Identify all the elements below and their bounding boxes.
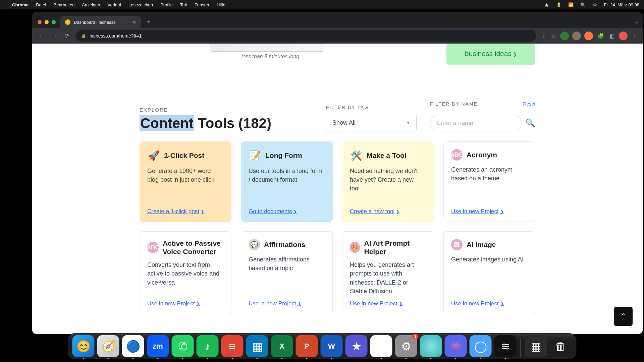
menubar-clock[interactable]: Fr. 24. März 09:08 [604,2,640,7]
dock-drive[interactable]: ▲ [370,335,392,357]
dock-trello[interactable]: ▦ [246,335,268,357]
dock-spotify[interactable]: ♪ [197,335,219,357]
tab-favicon: 😊 [65,19,70,25]
scroll-to-top-button[interactable]: ⌃ [614,307,633,326]
tab-title: Dashboard | nichesss [74,20,116,25]
tool-card[interactable]: ABCActive to Passive Voice ConverterConv… [140,231,231,314]
dock-trash[interactable]: 🗑 [550,335,572,357]
url-text: nichesss.com/home?ft=1 [90,33,142,39]
lock-icon: 🔒 [81,34,86,38]
menu-profile[interactable]: Profile [160,2,173,7]
control-center-icon[interactable]: ⚙ [592,2,598,8]
dock-safari[interactable]: 🧭 [97,335,119,357]
menu-verlauf[interactable]: Verlauf [108,2,121,7]
dock-mission[interactable]: ▦ [525,335,547,357]
video-thumbnail[interactable] [210,44,324,52]
chrome-menu-icon[interactable]: ⋮ [632,33,637,39]
reload-button[interactable]: ⟳ [61,30,72,42]
browser-tab[interactable]: 😊 Dashboard | nichesss ✕ [60,16,141,28]
business-ideas-link[interactable]: business ideas❯ [465,50,517,57]
tools-grid: 🚀1-Click PostGenerate a 1000+ word blog … [140,141,535,314]
back-button[interactable]: ← [36,30,47,42]
dock-imovie[interactable]: ★ [345,335,368,357]
tool-icon: ABC [147,242,159,253]
tool-description: Helps you generates art prompts to use w… [350,260,426,295]
menu-hilfe[interactable]: Hilfe [217,2,225,7]
window-maximize[interactable] [52,20,56,24]
menu-lesezeichen[interactable]: Lesezeichen [128,2,153,7]
dock-voice[interactable]: ≋ [494,335,517,357]
tool-action-link[interactable]: Use in new Project❯ [147,300,224,307]
wifi-icon[interactable]: 📶 [568,2,574,8]
chevron-right-icon: ❯ [399,301,402,306]
battery-icon[interactable]: 🔋 [556,2,562,8]
tool-description: Generates an acronym based on a theme [451,165,528,203]
extension-icon-3[interactable] [584,32,593,40]
tool-title: Make a Tool [367,151,407,160]
reset-link[interactable]: Reset [523,101,535,107]
chevron-right-icon: ❯ [396,209,399,214]
bookmark-star-icon[interactable]: ☆ [551,33,556,39]
search-icon[interactable]: 🔍 [525,118,535,128]
tool-action-link[interactable]: Use in new Project❯ [249,300,325,307]
window-minimize[interactable] [45,20,49,24]
dock-app-blue[interactable]: ◯ [470,335,492,357]
record-icon[interactable]: ◉ [544,2,550,8]
tool-icon: 🛠️ [350,149,363,162]
window-close[interactable] [38,20,42,24]
tool-action-link[interactable]: Create a new tool❯ [350,208,426,215]
profile-avatar[interactable] [619,32,628,40]
chevron-right-icon: ❯ [500,209,504,214]
tool-action-link[interactable]: Create a 1-click post❯ [147,208,224,215]
tool-card[interactable]: ABCAcronymGenerates an acronym based on … [443,141,535,222]
dock-todoist[interactable]: ≡ [221,335,244,357]
dock-finder[interactable]: 😊 [72,335,95,357]
tool-action-link[interactable]: Go to documents❯ [249,208,325,215]
dock-app-teal[interactable] [420,335,442,357]
extension-icon-1[interactable] [560,32,569,40]
new-tab-button[interactable]: ＋ [144,17,153,26]
dock-word[interactable]: W [321,335,343,357]
tabs-dropdown-icon[interactable]: ⌄ [634,18,639,25]
tool-card[interactable]: 🚀1-Click PostGenerate a 1000+ word blog … [140,141,231,222]
browser-toolbar: ← → ⟳ 🔒 nichesss.com/home?ft=1 ⇪ ☆ 🧩 ◧ ⋮ [32,28,643,44]
menu-tab[interactable]: Tab [180,2,187,7]
tool-description: Need something we don't have yet? Create… [350,167,426,203]
menubar-app[interactable]: Chrome [12,2,29,7]
tool-card[interactable]: 💬AffirmationsGenerates affirmations base… [241,231,333,314]
extensions-puzzle-icon[interactable]: 🧩 [597,33,604,39]
tool-card[interactable]: 🖼AI ImageGenerates images using AIUse in… [443,231,535,314]
chevron-right-icon: ❯ [513,52,517,57]
filter-tag-value: Show All [332,119,356,126]
tool-action-link[interactable]: Use in new Project❯ [350,300,426,307]
filter-tag-select[interactable]: Show All ▼ [326,114,417,131]
dock-settings[interactable]: ⚙1 [395,335,417,357]
tool-action-link[interactable]: Use in new Project❯ [451,208,528,215]
tool-action-link[interactable]: Use in new Project❯ [451,300,528,307]
dock-powerpoint[interactable]: P [296,335,318,357]
menu-datei[interactable]: Datei [36,2,46,7]
tool-icon: 💬 [249,239,260,250]
tool-card[interactable]: 📝Long FormUse our tools in a long form /… [241,141,333,222]
page-content: less than 5 minutes long business ideas❯… [32,44,643,334]
share-icon[interactable]: ⇪ [541,33,546,39]
search-icon[interactable]: 🔍 [580,2,586,8]
dock-zoom[interactable]: zm [147,335,169,357]
dock-whatsapp[interactable]: ✆ [172,335,194,357]
menu-anzeigen[interactable]: Anzeigen [82,2,100,7]
menu-bearbeiten[interactable]: Bearbeiten [53,2,74,7]
tool-card[interactable]: 🛠️Make a ToolNeed something we don't hav… [342,141,434,222]
filter-name-input[interactable] [430,115,522,131]
forward-button[interactable]: → [48,30,60,42]
sidepanel-icon[interactable]: ◧ [609,33,614,39]
extension-icon-2[interactable] [572,32,581,40]
tool-icon: ABC [451,149,463,161]
dock-discord[interactable]: 👾 [445,335,467,357]
menu-fenster[interactable]: Fenster [195,2,209,7]
dock-chrome[interactable]: 🔵 [122,335,144,357]
tab-close-icon[interactable]: ✕ [132,20,136,25]
tool-card[interactable]: 🎨AI Art Prompt HelperHelps you generates… [342,231,434,314]
dock-excel[interactable]: X [271,335,293,357]
business-ideas-box[interactable]: business ideas❯ [446,44,535,65]
address-bar[interactable]: 🔒 nichesss.com/home?ft=1 [76,30,536,42]
